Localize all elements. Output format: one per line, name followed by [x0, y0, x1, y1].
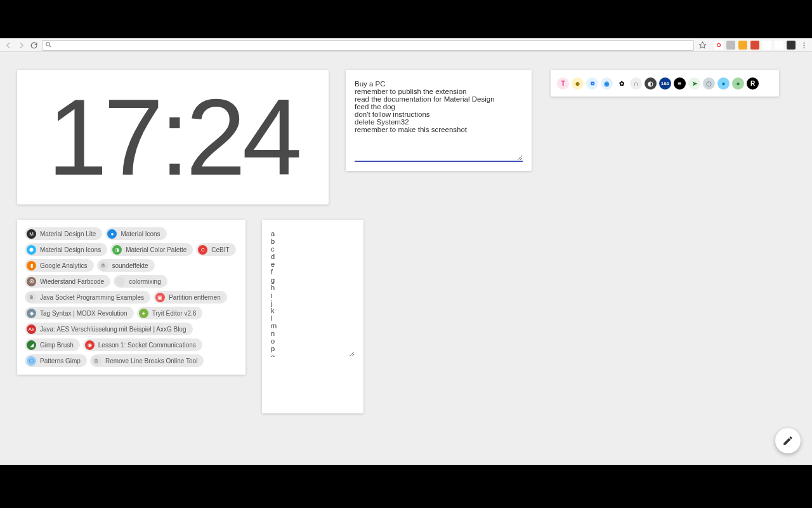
apps-widget: T☻⧈◉✿∩◐1&1≡➤◌●●R	[551, 70, 779, 97]
clock-widget: 17:24	[17, 70, 329, 204]
bookmark-label: Lesson 1: Socket Communications	[98, 342, 196, 349]
bookmark-favicon: ⦿	[27, 277, 36, 286]
bookmark-label: Material Design Icons	[40, 246, 101, 253]
text-textarea[interactable]	[271, 230, 355, 357]
bookmarks-widget: MMaterial Design Lite●Material Icons⬢Mat…	[17, 220, 246, 375]
bookmark-chip[interactable]: ●Material Icons	[105, 227, 166, 240]
app-app13[interactable]: ●	[732, 77, 744, 90]
reload-button[interactable]	[29, 41, 38, 50]
edit-fab[interactable]	[775, 428, 801, 453]
bookmark-star-icon[interactable]	[698, 41, 707, 50]
taskbar-area	[0, 465, 812, 508]
bookmark-label: colormixing	[129, 278, 161, 285]
app-telekom[interactable]: T	[557, 77, 569, 90]
bookmark-label: Remove Line Breaks Online Tool	[105, 358, 197, 364]
ext6-icon[interactable]	[775, 41, 783, 50]
app-dropbox[interactable]: ⧈	[586, 77, 598, 90]
extension-icons: O	[714, 41, 796, 50]
app-app10[interactable]: ➤	[688, 77, 700, 90]
app-1und1[interactable]: 1&1	[659, 77, 671, 90]
bookmark-favicon: ▮	[27, 261, 36, 271]
bookmark-favicon: 🗎	[92, 356, 102, 366]
opera-icon[interactable]: O	[714, 41, 723, 50]
bookmark-chip[interactable]: MMaterial Design Lite	[25, 227, 102, 240]
bookmark-chip[interactable]: ◉Lesson 1: Socket Communications	[83, 338, 202, 351]
bookmark-label: Partition entfernen	[169, 294, 221, 301]
bookmarks-chips: MMaterial Design Lite●Material Icons⬢Mat…	[25, 227, 238, 367]
bookmark-chip[interactable]: AxJava: AES Verschlüsselung mit Beispiel…	[25, 323, 193, 335]
bookmark-chip[interactable]: colormixing	[114, 275, 167, 288]
bookmark-favicon: C	[198, 245, 207, 255]
notes-textarea[interactable]	[355, 80, 523, 162]
app-app2[interactable]: ☻	[572, 77, 584, 90]
svg-point-1	[803, 42, 804, 43]
bookmark-chip[interactable]: ●Tryit Editor v2.6	[137, 307, 203, 319]
bookmark-favicon: ◢	[27, 340, 36, 350]
bookmark-chip[interactable]: 🗎soundeffekte	[97, 259, 155, 272]
ext2-icon[interactable]	[726, 41, 735, 50]
bookmark-chip[interactable]: 🗎Remove Line Breaks Online Tool	[90, 354, 204, 367]
bookmark-label: Patterns Gimp	[40, 358, 81, 364]
bookmark-chip[interactable]: ▮Google Analytics	[25, 259, 94, 272]
bookmark-favicon: ◆	[27, 309, 36, 318]
bookmark-favicon: 🗎	[99, 261, 108, 271]
bookmark-favicon: 🗎	[27, 293, 36, 302]
text-widget	[262, 220, 363, 413]
bookmark-chip[interactable]: ◢Gimp Brush	[25, 338, 80, 351]
bookmark-favicon: ▣	[155, 293, 165, 302]
bookmark-chip[interactable]: ◆Tag Syntax | MODX Revolution	[25, 307, 134, 319]
bookmark-label: Google Analytics	[40, 262, 88, 269]
bookmark-label: Material Icons	[121, 231, 160, 237]
app-app9[interactable]: ≡	[674, 77, 686, 90]
clock-time: 17:24	[48, 75, 298, 199]
bookmark-favicon: ◉	[85, 340, 95, 350]
app-app12[interactable]: ●	[717, 77, 730, 90]
bookmark-favicon: Ax	[27, 324, 36, 334]
bookmark-chip[interactable]: 🗎Java Socket Programming Examples	[25, 291, 150, 304]
app-app4[interactable]: ◉	[601, 77, 613, 90]
search-icon	[45, 41, 53, 49]
bookmark-favicon: ●	[139, 309, 148, 318]
ext4-icon[interactable]	[750, 41, 759, 50]
bookmark-chip[interactable]: ◑Material Color Palette	[110, 243, 193, 256]
notes-widget	[346, 70, 532, 171]
bookmark-favicon: ◑	[112, 245, 122, 255]
back-button[interactable]	[4, 41, 13, 50]
app-app6[interactable]: ∩	[630, 77, 642, 90]
bookmark-label: Gimp Brush	[40, 342, 74, 349]
ext7-icon[interactable]	[787, 41, 796, 50]
browser-menu-icon[interactable]	[799, 41, 808, 50]
svg-point-3	[803, 47, 804, 48]
bookmark-favicon: ⬢	[27, 245, 36, 255]
bookmark-favicon: ●	[107, 229, 117, 239]
bookmark-chip[interactable]: ⬢Material Design Icons	[25, 243, 107, 256]
bookmark-label: Material Color Palette	[126, 246, 187, 253]
bookmark-chip[interactable]: ⦿Wiederstand Farbcode	[25, 275, 110, 288]
ext5-icon[interactable]	[763, 41, 771, 50]
bookmark-label: Wiederstand Farbcode	[40, 278, 104, 285]
bookmark-label: CeBIT	[211, 246, 229, 253]
bookmark-favicon	[115, 277, 125, 286]
bookmark-label: Java: AES Verschlüsselung mit Beispiel |…	[40, 326, 187, 333]
pencil-icon	[782, 435, 794, 446]
svg-point-2	[803, 44, 804, 46]
address-bar[interactable]	[42, 40, 694, 51]
bookmark-favicon: ⬡	[27, 356, 36, 366]
bookmark-label: Tag Syntax | MODX Revolution	[40, 310, 128, 317]
app-app7[interactable]: ◐	[645, 77, 657, 90]
browser-toolbar: O	[0, 38, 812, 52]
page-content: 17:24 T☻⧈◉✿∩◐1&1≡➤◌●●R MMaterial Design …	[0, 52, 812, 465]
forward-button[interactable]	[16, 41, 25, 50]
ext3-icon[interactable]	[738, 41, 747, 50]
bookmark-chip[interactable]: CCeBIT	[196, 243, 235, 256]
app-google-photos[interactable]: ✿	[615, 77, 627, 90]
app-app14[interactable]: R	[747, 77, 759, 90]
bookmark-favicon: M	[27, 229, 36, 239]
bookmark-label: Java Socket Programming Examples	[40, 294, 144, 301]
bookmark-chip[interactable]: ⬡Patterns Gimp	[25, 354, 87, 367]
bookmark-chip[interactable]: ▣Partition entfernen	[154, 291, 227, 304]
bookmark-label: Material Design Lite	[40, 231, 96, 237]
bookmark-label: Tryit Editor v2.6	[152, 310, 197, 317]
app-app11[interactable]: ◌	[703, 77, 715, 90]
bookmark-label: soundeffekte	[112, 262, 148, 269]
